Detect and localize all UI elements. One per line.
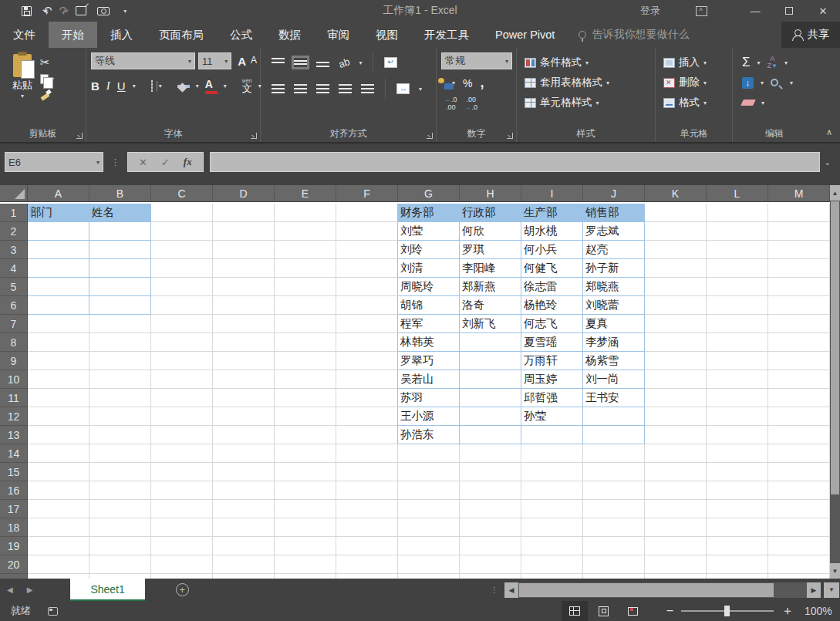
zoom-level[interactable]: 100% xyxy=(805,605,840,617)
cell-H7[interactable]: 刘新飞 xyxy=(460,315,521,333)
cell-G12[interactable]: 王小源 xyxy=(398,407,460,426)
row-header-12[interactable]: 12 xyxy=(0,407,28,426)
cell-C11[interactable] xyxy=(151,389,213,407)
fill-color-button[interactable] xyxy=(177,84,190,88)
ribbon-tab-视图[interactable]: 视图 xyxy=(363,22,411,48)
cell-H11[interactable] xyxy=(460,389,521,407)
cell-C20[interactable] xyxy=(151,555,213,574)
cell-H16[interactable] xyxy=(460,481,521,500)
cell-J12[interactable] xyxy=(583,407,645,426)
row-header-5[interactable]: 5 xyxy=(0,278,28,296)
shrink-font-button[interactable]: A xyxy=(251,55,257,68)
cell-D7[interactable] xyxy=(213,315,275,333)
maximize-button[interactable] xyxy=(772,0,806,22)
camera-icon[interactable] xyxy=(97,7,110,15)
cell-I19[interactable] xyxy=(521,537,583,555)
cell-E13[interactable] xyxy=(275,426,336,444)
fill-color-dropdown-icon[interactable]: ▾ xyxy=(196,83,199,89)
row-header-18[interactable]: 18 xyxy=(0,518,28,537)
cell-E17[interactable] xyxy=(275,500,336,518)
cell-L5[interactable] xyxy=(707,278,768,296)
cell-A10[interactable] xyxy=(28,370,89,389)
cell-E12[interactable] xyxy=(275,407,336,426)
font-color-button[interactable]: A xyxy=(205,77,218,94)
macro-record-icon[interactable] xyxy=(48,607,58,616)
cell-A3[interactable] xyxy=(28,241,89,259)
cell-D18[interactable] xyxy=(213,518,275,537)
cell-C1[interactable] xyxy=(151,204,213,222)
cell-F19[interactable] xyxy=(336,537,398,555)
orientation-icon[interactable]: ab xyxy=(337,55,352,69)
cell-I14[interactable] xyxy=(521,444,583,463)
cell-D15[interactable] xyxy=(213,463,275,481)
cell-F12[interactable] xyxy=(336,407,398,426)
cell-J14[interactable] xyxy=(583,444,645,463)
cell-M5[interactable] xyxy=(768,278,830,296)
cell-E16[interactable] xyxy=(275,481,336,500)
page-break-view-button[interactable] xyxy=(620,601,646,621)
cell-M12[interactable] xyxy=(768,407,830,426)
cell-K18[interactable] xyxy=(645,518,707,537)
cell-E6[interactable] xyxy=(275,296,336,315)
cell-D9[interactable] xyxy=(213,352,275,370)
cell-I2[interactable]: 胡水桃 xyxy=(521,222,583,241)
alignment-dialog-launcher-icon[interactable] xyxy=(427,133,433,139)
cell-G13[interactable]: 孙浩东 xyxy=(398,426,460,444)
cell-A7[interactable] xyxy=(28,315,89,333)
cell-I8[interactable]: 夏雪瑶 xyxy=(521,333,583,352)
cell-J15[interactable] xyxy=(583,463,645,481)
align-center-icon[interactable] xyxy=(294,84,307,93)
ribbon-tab-公式[interactable]: 公式 xyxy=(217,22,265,48)
cell-H13[interactable] xyxy=(460,426,521,444)
cell-I20[interactable] xyxy=(521,555,583,574)
cell-M14[interactable] xyxy=(768,444,830,463)
cell-B16[interactable] xyxy=(89,481,151,500)
cell-A18[interactable] xyxy=(28,518,89,537)
cell-A12[interactable] xyxy=(28,407,89,426)
cell-B15[interactable] xyxy=(89,463,151,481)
sign-in-link[interactable]: 登录 xyxy=(640,4,660,18)
page-layout-view-button[interactable] xyxy=(591,601,617,621)
cell-E10[interactable] xyxy=(275,370,336,389)
cell-M7[interactable] xyxy=(768,315,830,333)
fill-icon[interactable]: ↓ xyxy=(742,77,754,89)
cell-F10[interactable] xyxy=(336,370,398,389)
scroll-right-icon[interactable]: ▶ xyxy=(807,582,821,598)
cell-D1[interactable] xyxy=(213,204,275,222)
cell-C16[interactable] xyxy=(151,481,213,500)
cell-D17[interactable] xyxy=(213,500,275,518)
cell-K19[interactable] xyxy=(645,537,707,555)
column-header-C[interactable]: C xyxy=(151,185,213,202)
insert-function-icon[interactable]: fx xyxy=(184,156,192,168)
cell-H2[interactable]: 何欣 xyxy=(460,222,521,241)
cell-L1[interactable] xyxy=(707,204,768,222)
cell-F16[interactable] xyxy=(336,481,398,500)
cell-A19[interactable] xyxy=(28,537,89,555)
cell-G7[interactable]: 程军 xyxy=(398,315,460,333)
column-header-B[interactable]: B xyxy=(89,185,151,202)
cell-L12[interactable] xyxy=(707,407,768,426)
cell-G16[interactable] xyxy=(398,481,460,500)
bottom-align-icon[interactable] xyxy=(316,58,329,67)
cell-B19[interactable] xyxy=(89,537,151,555)
cell-L8[interactable] xyxy=(707,333,768,352)
document-check-icon[interactable] xyxy=(76,6,86,15)
cell-F7[interactable] xyxy=(336,315,398,333)
horizontal-scrollbar[interactable]: ◀ ▶ xyxy=(504,582,821,598)
align-right-icon[interactable] xyxy=(316,84,329,93)
row-header-14[interactable]: 14 xyxy=(0,444,28,463)
column-header-D[interactable]: D xyxy=(213,185,275,202)
top-align-icon[interactable] xyxy=(272,58,285,67)
cell-G11[interactable]: 苏羽 xyxy=(398,389,460,407)
paste-button[interactable]: 粘贴 ▾ xyxy=(5,52,40,100)
conditional-formatting-button[interactable]: 条件格式▾ xyxy=(521,52,652,73)
format-painter-button[interactable] xyxy=(40,89,80,100)
cell-J3[interactable]: 赵亮 xyxy=(583,241,645,259)
cell-J4[interactable]: 孙子新 xyxy=(583,259,645,278)
cell-B20[interactable] xyxy=(89,555,151,574)
format-as-table-button[interactable]: 套用表格格式▾ xyxy=(521,73,652,93)
column-header-F[interactable]: F xyxy=(336,185,398,202)
cell-F17[interactable] xyxy=(336,500,398,518)
row-header-2[interactable]: 2 xyxy=(0,222,28,241)
cell-D19[interactable] xyxy=(213,537,275,555)
